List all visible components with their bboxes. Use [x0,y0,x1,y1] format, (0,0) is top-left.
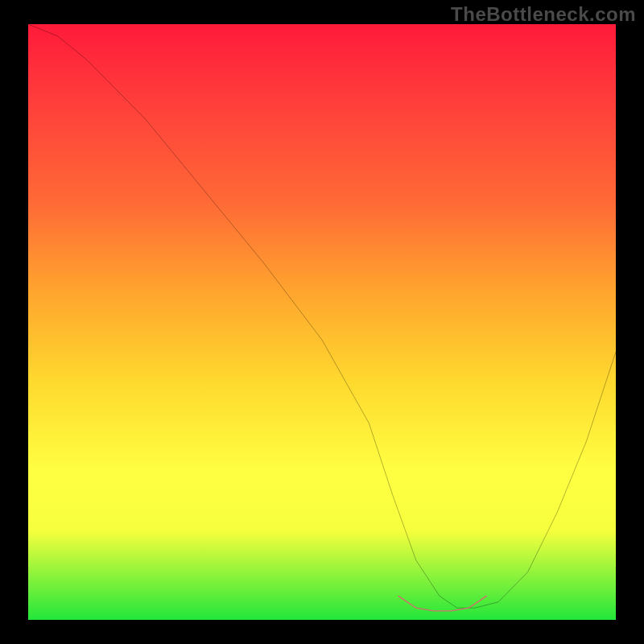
bottleneck-curve [28,24,616,608]
chart-frame: TheBottleneck.com [0,0,644,644]
optimal-zone-marker [398,596,487,611]
chart-plot [28,24,616,620]
watermark-text: TheBottleneck.com [451,3,636,26]
